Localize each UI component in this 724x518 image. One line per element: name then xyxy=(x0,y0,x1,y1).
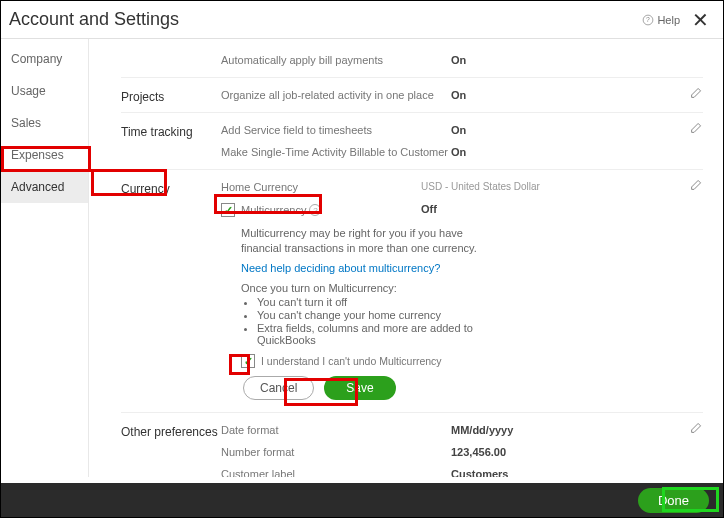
currency-once-title: Once you turn on Multicurrency: xyxy=(241,282,501,294)
currency-desc: Multicurrency may be right for you if yo… xyxy=(241,226,501,257)
edit-icon[interactable] xyxy=(690,86,703,102)
currency-help-link[interactable]: Need help deciding about multicurrency? xyxy=(241,261,501,276)
edit-icon[interactable] xyxy=(690,178,703,194)
label-projects: Organize all job-related activity in one… xyxy=(221,89,451,101)
row-other-2: Customer labelCustomers xyxy=(221,463,673,477)
sidebar-item-company[interactable]: Company xyxy=(1,43,88,75)
sidebar: Company Usage Sales Expenses Advanced xyxy=(1,39,89,477)
row-other-1: Number format123,456.00 xyxy=(221,441,673,463)
section-label-blank xyxy=(121,49,221,71)
value-other-0: MM/dd/yyyy xyxy=(451,424,513,436)
section-projects: Projects Organize all job-related activi… xyxy=(121,78,703,113)
svg-text:?: ? xyxy=(646,16,650,23)
main: Company Usage Sales Expenses Advanced Au… xyxy=(1,39,723,477)
understand-checkbox[interactable] xyxy=(241,354,255,368)
row-other-0: Date formatMM/dd/yyyy xyxy=(221,419,673,441)
row-multicurrency: Multicurrency ? Off xyxy=(221,198,673,222)
section-title-time: Time tracking xyxy=(121,119,221,163)
bullet-0: You can't turn it off xyxy=(257,296,501,308)
value-projects: On xyxy=(451,89,466,101)
value-time-0: On xyxy=(451,124,466,136)
label-other-0: Date format xyxy=(221,424,451,436)
info-icon[interactable]: ? xyxy=(309,204,321,216)
understand-row: I understand I can't undo Multicurrency xyxy=(241,354,501,368)
label-multicurrency: Multicurrency xyxy=(241,204,306,216)
done-button[interactable]: Done xyxy=(638,488,709,513)
save-button[interactable]: Save xyxy=(324,376,395,400)
content: Automatically apply bill payments On Pro… xyxy=(89,39,723,477)
label-time-0: Add Service field to timesheets xyxy=(221,124,451,136)
label-other-1: Number format xyxy=(221,446,451,458)
currency-bullets: You can't turn it off You can't change y… xyxy=(257,296,501,346)
multicurrency-checkbox[interactable] xyxy=(221,203,235,217)
sidebar-item-sales[interactable]: Sales xyxy=(1,107,88,139)
label-time-1: Make Single-Time Activity Billable to Cu… xyxy=(221,146,451,158)
footer-bar: Done xyxy=(1,483,723,517)
close-icon[interactable]: ✕ xyxy=(692,10,709,30)
value-other-2: Customers xyxy=(451,468,508,477)
section-other: Other preferences Date formatMM/dd/yyyy … xyxy=(121,413,703,477)
sidebar-item-expenses[interactable]: Expenses xyxy=(1,139,88,171)
section-time: Time tracking Add Service field to times… xyxy=(121,113,703,170)
header: Account and Settings ? Help ✕ xyxy=(1,1,723,39)
value-time-1: On xyxy=(451,146,466,158)
row-autopay: Automatically apply bill payments On xyxy=(221,49,673,71)
currency-buttons: Cancel Save xyxy=(243,376,501,400)
help-icon: ? xyxy=(642,14,654,26)
row-time-0: Add Service field to timesheets On xyxy=(221,119,673,141)
row-home-currency: Home Currency USD - United States Dollar xyxy=(221,176,673,198)
section-bill: Automatically apply bill payments On xyxy=(121,43,703,78)
value-multicurrency: Off xyxy=(421,203,437,215)
page-title: Account and Settings xyxy=(9,9,179,30)
value-home-currency: USD - United States Dollar xyxy=(421,181,540,192)
bullet-1: You can't change your home currency xyxy=(257,309,501,321)
value-autopay: On xyxy=(451,54,466,66)
understand-text: I understand I can't undo Multicurrency xyxy=(261,355,442,367)
cancel-button[interactable]: Cancel xyxy=(243,376,314,400)
row-projects: Organize all job-related activity in one… xyxy=(221,84,673,106)
label-autopay: Automatically apply bill payments xyxy=(221,54,451,66)
section-title-other: Other preferences xyxy=(121,419,221,477)
help-text: Help xyxy=(657,14,680,26)
row-time-1: Make Single-Time Activity Billable to Cu… xyxy=(221,141,673,163)
sidebar-item-advanced[interactable]: Advanced xyxy=(1,171,88,203)
header-actions: ? Help ✕ xyxy=(642,10,709,30)
section-title-projects: Projects xyxy=(121,84,221,106)
bullet-2: Extra fields, columns and more are added… xyxy=(257,322,501,346)
section-title-currency: Currency xyxy=(121,176,221,406)
label-home-currency: Home Currency xyxy=(221,181,421,193)
value-other-1: 123,456.00 xyxy=(451,446,506,458)
sidebar-item-usage[interactable]: Usage xyxy=(1,75,88,107)
label-other-2: Customer label xyxy=(221,468,451,477)
currency-details: Multicurrency may be right for you if yo… xyxy=(221,226,501,400)
section-currency: Currency Home Currency USD - United Stat… xyxy=(121,170,703,413)
edit-icon[interactable] xyxy=(690,121,703,137)
help-link[interactable]: ? Help xyxy=(642,14,680,26)
edit-icon[interactable] xyxy=(690,421,703,437)
